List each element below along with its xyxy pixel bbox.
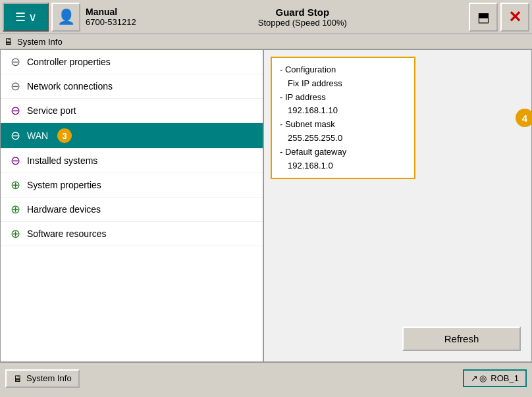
plus-icon: ⊕	[9, 178, 22, 192]
detail-box: - Configuration Fix IP address - IP addr…	[271, 57, 415, 179]
user-button[interactable]: 👤	[51, 3, 80, 32]
plus-icon: ⊕	[9, 203, 22, 216]
chevron-icon: ∨	[28, 10, 37, 24]
detail-line-2: Fix IP address	[280, 77, 406, 91]
wan-badge: 3	[57, 128, 72, 143]
header-left: ☰ ∨ 👤 Manual 6700-531212	[3, 3, 136, 32]
code-label: 6700-531212	[86, 17, 136, 27]
bottom-bar: 🖥 System Info ↗ ◎ ROB_1	[0, 362, 532, 394]
sysinfo-bar: 🖥 System Info	[0, 34, 532, 49]
status-sub: Stopped (Speed 100%)	[258, 18, 347, 28]
sidebar-item-wan[interactable]: ⊖ WAN 3	[1, 123, 263, 149]
refresh-button[interactable]: Refresh	[402, 327, 521, 351]
minus-filled-icon: ⊖	[9, 154, 22, 167]
sidebar-item-controller-properties[interactable]: ⊖ Controller properties	[1, 50, 263, 74]
main-content: ⊖ Controller properties ⊖ Network connec…	[0, 49, 532, 362]
transfer-icon: ⬒	[477, 9, 490, 25]
close-icon: ✕	[508, 8, 521, 26]
detail-line-3: - IP address	[280, 91, 406, 105]
rob-circle-icon: ◎	[479, 373, 487, 383]
right-panel: - Configuration Fix IP address - IP addr…	[264, 50, 531, 361]
sidebar-item-service-port[interactable]: ⊖ Service port	[1, 99, 263, 123]
sidebar-item-hardware-devices[interactable]: ⊕ Hardware devices	[1, 198, 263, 222]
close-button[interactable]: ✕	[500, 3, 529, 32]
header: ☰ ∨ 👤 Manual 6700-531212 Guard Stop Stop…	[0, 0, 532, 34]
sidebar-item-system-properties[interactable]: ⊕ System properties	[1, 173, 263, 198]
sysinfo-bottom-label: System Info	[26, 373, 72, 383]
rob-icons: ↗ ◎	[471, 373, 487, 383]
sidebar-item-label: Software resources	[27, 228, 107, 239]
rob-button[interactable]: ↗ ◎ ROB_1	[463, 369, 527, 387]
minus-icon: ⊖	[9, 80, 22, 93]
sysinfo-bottom-button[interactable]: 🖥 System Info	[5, 369, 80, 388]
sidebar-item-network-connections[interactable]: ⊖ Network connections	[1, 74, 263, 99]
rob-arrow-icon: ↗	[471, 373, 478, 383]
sidebar-item-label: Network connections	[27, 81, 113, 92]
minus-filled-icon: ⊖	[9, 104, 22, 117]
sysinfo-bottom-icon: 🖥	[13, 373, 22, 384]
sysinfo-title: System Info	[17, 37, 63, 47]
sidebar-item-label: WAN	[27, 130, 48, 141]
status-title: Guard Stop	[275, 7, 329, 18]
sidebar-item-label: Hardware devices	[27, 204, 101, 215]
user-icon: 👤	[57, 9, 75, 26]
detail-line-5: - Subnet mask	[280, 118, 406, 132]
minus-filled-icon: ⊖	[9, 129, 22, 142]
sidebar-item-label: System properties	[27, 180, 101, 190]
header-right: ⬒ ✕	[469, 3, 529, 32]
left-panel: ⊖ Controller properties ⊖ Network connec…	[1, 50, 264, 361]
plus-icon: ⊕	[9, 227, 22, 240]
detail-line-4: 192.168.1.10	[280, 104, 406, 118]
sidebar-item-software-resources[interactable]: ⊕ Software resources	[1, 222, 263, 246]
sysinfo-icon: 🖥	[4, 36, 13, 47]
mode-label: Manual	[86, 7, 136, 17]
detail-line-7: - Default gateway	[280, 146, 406, 159]
hamburger-icon: ☰	[15, 10, 26, 24]
detail-line-1: - Configuration	[280, 63, 406, 77]
detail-badge: 4	[516, 109, 532, 127]
sidebar-item-label: Installed systems	[27, 155, 97, 166]
menu-button[interactable]: ☰ ∨	[3, 3, 49, 32]
detail-line-8: 192.168.1.0	[280, 159, 406, 173]
transfer-button[interactable]: ⬒	[469, 3, 498, 32]
sidebar-item-installed-systems[interactable]: ⊖ Installed systems	[1, 149, 263, 173]
header-center: Guard Stop Stopped (Speed 100%)	[139, 7, 466, 28]
header-info: Manual 6700-531212	[86, 7, 136, 27]
minus-icon: ⊖	[9, 55, 22, 68]
sidebar-item-label: Controller properties	[27, 57, 111, 67]
sidebar-item-label: Service port	[27, 105, 76, 116]
rob-label: ROB_1	[491, 373, 519, 383]
detail-line-6: 255.255.255.0	[280, 132, 406, 146]
